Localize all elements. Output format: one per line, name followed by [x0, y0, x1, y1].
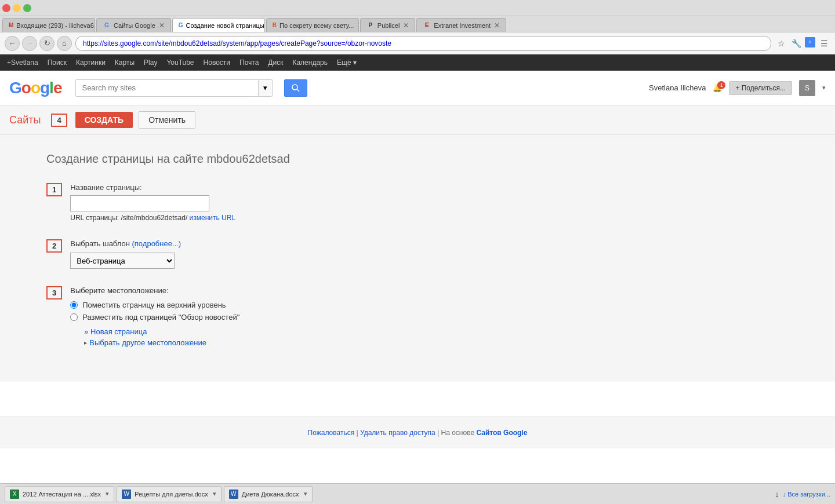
tab-public[interactable]: P Publicel ✕	[360, 18, 416, 32]
window-max-btn[interactable]	[23, 4, 31, 12]
sites-title: Сайты	[9, 114, 41, 126]
notification-bell[interactable]: 🔔 1	[713, 83, 722, 92]
refresh-btn[interactable]: ↻	[39, 36, 55, 51]
tab-sites[interactable]: G Сайты Google ✕	[96, 18, 171, 32]
download-icon: ↓	[775, 490, 779, 499]
location-title: Выберите местоположение:	[70, 286, 789, 295]
tab-gmail[interactable]: M Входящие (293) - ilicheva6... ✕	[2, 18, 95, 32]
choose-location-link[interactable]: ▸ Выбрать другое местоположение	[84, 338, 789, 347]
page-name-group: Название страницы: URL страницы: /site/m…	[70, 183, 789, 222]
change-url-link[interactable]: изменить URL	[190, 214, 236, 222]
radio-group: Поместить страницу на верхний уровень Ра…	[70, 301, 789, 347]
taskbar-item-xlsx-dropdown[interactable]: ▾	[106, 490, 109, 498]
taskbar-item-docx1[interactable]: W Рецепты для диеты.docx ▾	[117, 486, 222, 502]
tab-create-favicon: G	[179, 21, 183, 30]
google-logo[interactable]: Google	[9, 79, 61, 97]
docx2-icon: W	[229, 490, 238, 499]
toolbar-play[interactable]: Play	[144, 59, 157, 67]
tab-create[interactable]: G Создание новой страницы... ✕	[172, 18, 265, 32]
google-toolbar: +Svetlana Поиск Картинки Карты Play YouT…	[0, 54, 835, 71]
window-controls	[2, 4, 31, 12]
toolbar-search[interactable]: Поиск	[48, 59, 67, 67]
tab-blog[interactable]: B По секрету всему свету... ✕	[266, 18, 359, 32]
location-under-option[interactable]: Разместить под страницей "Обзор новостей…	[70, 313, 789, 322]
template-select[interactable]: Веб-страница Объявления Файловый шкаф Сп…	[70, 253, 175, 269]
address-input[interactable]	[75, 36, 771, 51]
tab-gmail-favicon: M	[9, 21, 13, 30]
toolbar-user[interactable]: +Svetlana	[7, 59, 38, 67]
notification-badge: 1	[717, 81, 725, 89]
form-section-template: 2 Выбрать шаблон (подробнее...) Веб-стра…	[46, 239, 789, 269]
share-button[interactable]: + Поделиться...	[729, 81, 792, 95]
home-btn[interactable]: ⌂	[57, 36, 72, 51]
back-btn[interactable]: ←	[5, 36, 20, 51]
xlsx-icon: X	[10, 490, 19, 499]
sites-action-bar: Сайты 4 СОЗДАТЬ Отменить	[0, 105, 835, 135]
location-group: Выберите местоположение: Поместить стран…	[70, 286, 789, 347]
window-close-btn[interactable]	[2, 4, 10, 12]
tab-public-favicon: P	[366, 21, 375, 30]
toolbar-disk[interactable]: Диск	[268, 59, 283, 67]
svg-line-1	[297, 89, 299, 92]
new-page-link[interactable]: » Новая страница	[84, 327, 789, 336]
form-area: Создание страницы на сайте mbdou62detsad…	[0, 135, 835, 382]
toolbar-youtube[interactable]: YouTube	[166, 59, 194, 67]
address-bar: ← → ↻ ⌂ ☆ 🔧 + ☰	[0, 32, 835, 54]
location-top-option[interactable]: Поместить страницу на верхний уровень	[70, 301, 789, 309]
chrome-menu-icon[interactable]: ☰	[818, 37, 830, 50]
search-button[interactable]	[284, 79, 307, 97]
user-avatar[interactable]: S	[799, 80, 815, 96]
search-icon	[292, 84, 300, 92]
form-section-name: 1 Название страницы: URL страницы: /site…	[46, 183, 789, 222]
tab-extranet-favicon: E	[423, 21, 431, 30]
toolbar-more[interactable]: Ещё ▾	[337, 59, 357, 67]
browser-title-bar	[0, 0, 835, 16]
tab-extranet-close[interactable]: ✕	[494, 21, 500, 30]
form-section-location: 3 Выберите местоположение: Поместить стр…	[46, 286, 789, 347]
remove-access-link[interactable]: Удалить право доступа	[360, 429, 435, 437]
location-top-radio[interactable]	[70, 301, 78, 309]
docx1-icon: W	[122, 490, 131, 499]
cancel-button[interactable]: Отменить	[139, 111, 195, 129]
template-group: Выбрать шаблон (подробнее...) Веб-страни…	[70, 239, 789, 269]
browser-tabs-bar: M Входящие (293) - ilicheva6... ✕ G Сайт…	[0, 16, 835, 32]
toolbar-news[interactable]: Новости	[204, 59, 230, 67]
taskbar-item-xlsx[interactable]: X 2012 Аттестация на ....xlsx ▾	[5, 486, 114, 502]
window-min-btn[interactable]	[13, 4, 21, 12]
toolbar-mail[interactable]: Почта	[239, 59, 259, 67]
avatar-dropdown[interactable]: ▾	[822, 84, 826, 92]
google-sites-brand-link[interactable]: Сайтов Google	[476, 429, 527, 437]
wrench-icon[interactable]: 🔧	[790, 37, 803, 50]
taskbar-item-docx1-dropdown[interactable]: ▾	[213, 490, 216, 498]
search-input[interactable]	[76, 80, 258, 96]
template-more-link[interactable]: (подробнее...)	[132, 239, 181, 248]
taskbar-item-docx2[interactable]: W Диета Дюкана.docx ▾	[224, 486, 313, 502]
tab-extranet[interactable]: E Extranet Investment ✕	[416, 18, 506, 32]
page-name-input[interactable]	[70, 195, 209, 211]
svg-point-0	[292, 85, 297, 90]
bookmark-icon[interactable]: ☆	[775, 37, 787, 50]
taskbar-item-docx2-dropdown[interactable]: ▾	[304, 490, 307, 498]
forward-btn[interactable]: →	[22, 36, 37, 51]
toolbar-images[interactable]: Картинки	[76, 59, 106, 67]
tab-blog-close[interactable]: ✕	[357, 21, 358, 30]
user-name: Svetlana Ilicheva	[649, 83, 706, 92]
url-text: URL страницы: /site/mbdou62detsad/ измен…	[70, 214, 789, 222]
nav-buttons: ← → ↻ ⌂	[5, 36, 72, 51]
extensions-icon[interactable]: +	[805, 37, 815, 48]
tab-sites-close[interactable]: ✕	[159, 21, 165, 30]
location-under-radio[interactable]	[70, 313, 78, 321]
step-1-badge: 1	[46, 183, 62, 196]
create-button[interactable]: СОЗДАТЬ	[75, 112, 133, 128]
step-4-badge: 4	[51, 114, 67, 127]
search-dropdown-btn[interactable]: ▾	[258, 80, 272, 96]
all-downloads-link[interactable]: ↓ Все загрузки...	[783, 491, 830, 498]
tab-public-close[interactable]: ✕	[403, 21, 409, 30]
toolbar-calendar[interactable]: Календарь	[292, 59, 328, 67]
tab-blog-favicon: B	[273, 21, 277, 30]
tab-sites-favicon: G	[103, 21, 111, 30]
toolbar-maps[interactable]: Карты	[115, 59, 135, 67]
browser-taskbar: X 2012 Аттестация на ....xlsx ▾ W Рецепт…	[0, 483, 835, 504]
taskbar-right: ↓ ↓ Все загрузки...	[775, 490, 830, 499]
report-link[interactable]: Пожаловаться	[308, 429, 355, 437]
